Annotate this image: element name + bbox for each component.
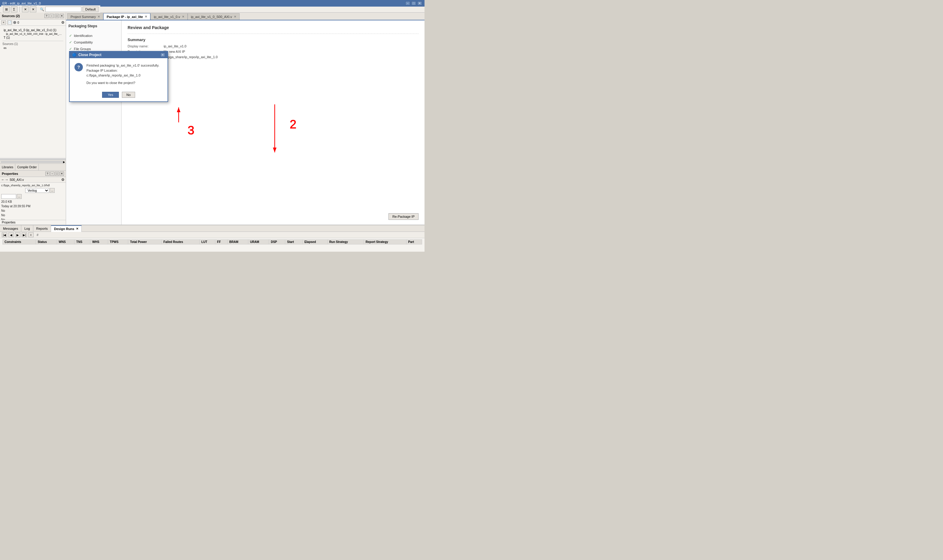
- prop-no1-value: No: [1, 214, 5, 217]
- prop-row-2: ...: [1, 194, 65, 199]
- summary-title: Summary: [128, 37, 418, 42]
- bottom-tab-log-label: Log: [24, 227, 30, 230]
- properties-bottom-tab[interactable]: Properties: [0, 220, 17, 225]
- prop-global-value: No: [1, 209, 5, 212]
- tab-v-file-close[interactable]: ✕: [182, 15, 184, 18]
- bottom-tab-reports-label: Reports: [36, 227, 48, 230]
- bottom-tab-design-runs-close[interactable]: ✕: [76, 227, 78, 230]
- prop-row-no1: No: [1, 214, 65, 217]
- dialog-body: ? Finished packaging 'ip_axi_lite_v1.0' …: [69, 58, 168, 89]
- step-identification[interactable]: ✓ Identification: [68, 32, 119, 39]
- dialog-info-icon: ?: [74, 63, 83, 71]
- prop-modified: Today at 20:39:55 PM: [1, 205, 65, 208]
- sources-minimize-btn[interactable]: −: [49, 14, 54, 18]
- tree-item-t[interactable]: T (1): [2, 36, 63, 40]
- tree-item-sub[interactable]: ip_axi_lite_v1_0_S00_AXI_inst : ip_axi_l…: [2, 32, 63, 36]
- default-layout-btn[interactable]: Default: [83, 6, 99, 12]
- dialog-close-btn[interactable]: ✕: [161, 53, 165, 57]
- bottom-tool-5[interactable]: +: [28, 232, 34, 237]
- hscroll: ▶: [0, 160, 66, 163]
- toolbar-btn-sigma[interactable]: Σ: [11, 6, 17, 12]
- status-dot: [13, 21, 16, 24]
- bottom-tool-1[interactable]: |◀: [2, 232, 7, 237]
- toolbar-btn-x1[interactable]: ✕: [22, 6, 29, 12]
- left-panel: Sources (2) ? − □ ✕ + 📄 0 ⚙ ip_axi_lite_…: [0, 12, 66, 225]
- bottom-panel: Messages Log Reports Design Runs ✕ |◀ ◀ …: [0, 225, 424, 252]
- dialog-question: Do you want to close the project?: [86, 81, 163, 85]
- bottom-tab-design-runs-label: Design Runs: [54, 227, 74, 231]
- bottom-tab-log[interactable]: Log: [21, 225, 33, 232]
- col-report-strategy: Report Strategy: [364, 240, 406, 245]
- step-compatibility-label: Compatibility: [74, 40, 93, 44]
- bottom-tool-4[interactable]: ▶|: [22, 232, 27, 237]
- props-min-btn[interactable]: −: [50, 172, 54, 176]
- step-compatibility[interactable]: ✓ Compatibility: [68, 39, 119, 46]
- svg-text:2: 2: [290, 118, 296, 131]
- dialog-titlebar: 🔵 Close Project ✕: [69, 52, 168, 58]
- dialog-no-btn[interactable]: No: [122, 92, 135, 98]
- tab-package-ip-close[interactable]: ✕: [145, 15, 147, 18]
- toolbar-btn-1[interactable]: ⊞: [3, 6, 9, 12]
- tab-package-ip[interactable]: Package IP - ip_axi_lite ✕: [103, 13, 150, 20]
- svg-marker-4: [177, 108, 181, 112]
- dialog-yes-btn[interactable]: Yes: [102, 92, 119, 98]
- summary-description: Description: My new AXI IP: [128, 50, 418, 53]
- summary-displayname-value: ip_axi_lite_v1.0: [164, 45, 187, 48]
- add-source-btn[interactable]: +: [1, 20, 6, 25]
- properties-header: Properties ? − □ ✕: [0, 171, 66, 177]
- svg-marker-7: [273, 148, 276, 152]
- bottom-tab-messages[interactable]: Messages: [0, 225, 21, 232]
- bottom-tab-reports[interactable]: Reports: [33, 225, 51, 232]
- browse-btn-2[interactable]: ...: [17, 194, 22, 199]
- maximize-btn[interactable]: □: [411, 1, 416, 5]
- sources-help-btn[interactable]: ?: [45, 14, 49, 18]
- compile-order-tab[interactable]: Compile Order: [15, 164, 39, 170]
- tree-item-sub2[interactable]: es: [2, 46, 63, 50]
- sources-panel-header: Sources (2) ? − □ ✕: [0, 12, 66, 20]
- main-layout: Sources (2) ? − □ ✕ + 📄 0 ⚙ ip_axi_lite_…: [0, 12, 424, 252]
- content-area: Sources (2) ? − □ ✕ + 📄 0 ⚙ ip_axi_lite_…: [0, 12, 424, 225]
- col-run-strategy: Run Strategy: [327, 240, 364, 245]
- tab-project-summary[interactable]: Project Summary ✕: [67, 13, 103, 20]
- sources-title: Sources (2): [2, 14, 20, 18]
- language-select[interactable]: Verilog: [25, 188, 49, 193]
- props-close-btn[interactable]: ✕: [60, 172, 64, 176]
- close-btn[interactable]: ✕: [417, 1, 422, 5]
- tree-item-main[interactable]: ip_axi_lite_v1_0 (ip_axi_lite_v1_0.v) (1…: [2, 28, 63, 32]
- bottom-tool-3[interactable]: ▶: [15, 232, 20, 237]
- tab-v-file[interactable]: ip_axi_lite_v1_0.v ✕: [150, 13, 187, 20]
- col-elapsed: Elapsed: [303, 240, 327, 245]
- libraries-tab[interactable]: Libraries: [0, 164, 15, 170]
- tab-project-summary-close[interactable]: ✕: [97, 15, 100, 18]
- tab-s00-file[interactable]: ip_axi_lite_v1_0_S00_AXI.v ✕: [188, 13, 239, 20]
- prop-modified-value: Today at 20:39:55 PM: [1, 205, 30, 208]
- col-wns: WNS: [57, 240, 74, 245]
- tab-s00-file-close[interactable]: ✕: [234, 15, 236, 18]
- prop-path: c:/fpga_share/ip_repo/ip_axi_lite_1.0/hd…: [1, 184, 65, 187]
- props-max-btn[interactable]: □: [55, 172, 59, 176]
- prev-file-btn[interactable]: ←: [1, 178, 5, 182]
- new-file-btn[interactable]: 📄: [7, 20, 12, 25]
- prop-input-2[interactable]: [1, 194, 16, 199]
- sources-maximize-btn[interactable]: □: [55, 14, 59, 18]
- next-file-btn[interactable]: →: [5, 178, 8, 182]
- minimize-btn[interactable]: −: [405, 1, 410, 5]
- dialog-message-line1: Finished packaging 'ip_axi_lite_v1.0' su…: [86, 63, 163, 68]
- properties-panel: Properties ? − □ ✕ ← → S00_AXI.v ⚙: [0, 171, 66, 225]
- gear-icon[interactable]: ⚙: [61, 20, 65, 25]
- language-browse-btn[interactable]: ...: [50, 188, 55, 193]
- toolbar-btn-x2[interactable]: ✕: [30, 6, 36, 12]
- col-dsp: DSP: [269, 240, 285, 245]
- repackage-ip-btn[interactable]: Re-Package IP: [389, 213, 418, 220]
- bottom-tool-2[interactable]: ◀: [8, 232, 14, 237]
- sources-sub-header: Sources (1): [2, 42, 63, 46]
- search-input[interactable]: [45, 6, 81, 12]
- props-gear-icon[interactable]: ⚙: [61, 178, 65, 182]
- sources-close-btn[interactable]: ✕: [60, 14, 64, 18]
- props-help-btn[interactable]: ?: [45, 172, 49, 176]
- sources-content: ip_axi_lite_v1_0 (ip_axi_lite_v1_0.v) (1…: [0, 26, 66, 158]
- hscroll-right[interactable]: ▶: [63, 160, 65, 163]
- prop-path-value: c:/fpga_share/ip_repo/ip_axi_lite_1.0/hd…: [1, 184, 50, 187]
- col-uram: URAM: [248, 240, 269, 245]
- bottom-tab-design-runs[interactable]: Design Runs ✕: [51, 225, 82, 232]
